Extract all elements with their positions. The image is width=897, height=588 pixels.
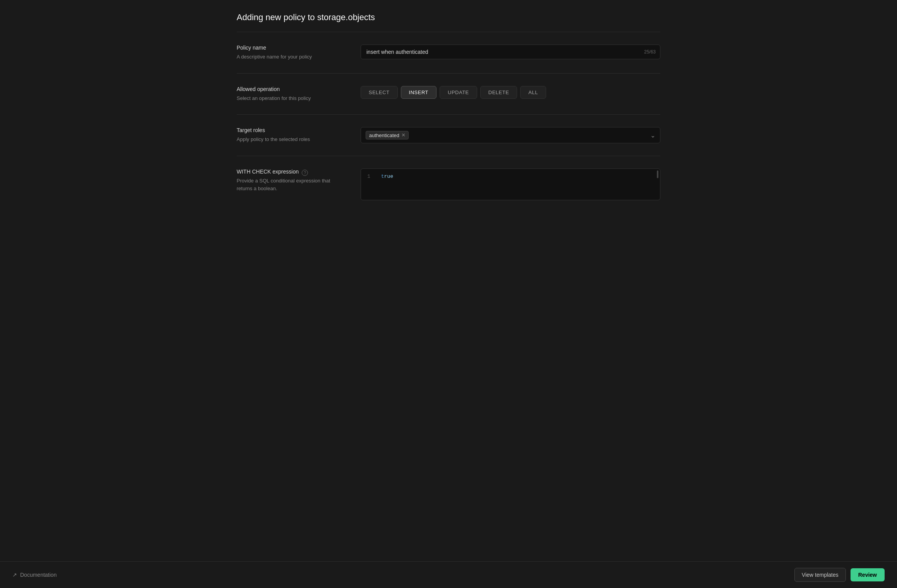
- allowed-operation-heading: Allowed operation: [237, 86, 345, 92]
- role-tag-authenticated: authenticated ×: [366, 131, 409, 139]
- role-tag-label: authenticated: [369, 132, 399, 138]
- code-keyword: t: [381, 174, 384, 179]
- help-icon[interactable]: ?: [302, 170, 308, 176]
- roles-tags: authenticated ×: [366, 131, 409, 139]
- operation-buttons-group: SELECT INSERT UPDATE DELETE ALL: [361, 86, 660, 99]
- with-check-header: WITH CHECK expression ?: [237, 168, 345, 177]
- allowed-operation-label-block: Allowed operation Select an operation fo…: [237, 86, 345, 102]
- char-count: 25/63: [644, 49, 656, 55]
- policy-name-section: Policy name A descriptive name for your …: [237, 32, 660, 74]
- documentation-link[interactable]: ↗ Documentation: [12, 572, 57, 578]
- allowed-operation-content: SELECT INSERT UPDATE DELETE ALL: [361, 86, 660, 99]
- target-roles-section: Target roles Apply policy to the selecte…: [237, 115, 660, 156]
- with-check-label-block: WITH CHECK expression ? Provide a SQL co…: [237, 168, 345, 192]
- chevron-down-icon: ⌄: [650, 132, 655, 139]
- allowed-operation-section: Allowed operation Select an operation fo…: [237, 74, 660, 115]
- target-roles-label-block: Target roles Apply policy to the selecte…: [237, 127, 345, 143]
- target-roles-heading: Target roles: [237, 127, 345, 133]
- code-content: true: [376, 174, 660, 195]
- review-button[interactable]: Review: [851, 568, 885, 581]
- line-numbers: 1: [361, 174, 376, 195]
- with-check-description: Provide a SQL conditional expression tha…: [237, 177, 345, 192]
- policy-name-input-wrapper: 25/63: [361, 45, 660, 59]
- policy-name-label-block: Policy name A descriptive name for your …: [237, 45, 345, 61]
- allowed-operation-description: Select an operation for this policy: [237, 95, 345, 102]
- with-check-section: WITH CHECK expression ? Provide a SQL co…: [237, 156, 660, 213]
- target-roles-description: Apply policy to the selected roles: [237, 136, 345, 143]
- op-select-button[interactable]: SELECT: [361, 86, 398, 99]
- footer: ↗ Documentation View templates Review: [0, 561, 897, 588]
- code-editor[interactable]: 1 true: [361, 168, 660, 200]
- role-tag-remove-button[interactable]: ×: [402, 132, 405, 138]
- with-check-content: 1 true: [361, 168, 660, 200]
- op-insert-button[interactable]: INSERT: [401, 86, 436, 99]
- target-roles-content: authenticated × ⌄: [361, 127, 660, 143]
- scrollbar-indicator: [657, 170, 658, 178]
- page-title: Adding new policy to storage.objects: [237, 12, 660, 32]
- op-delete-button[interactable]: DELETE: [480, 86, 517, 99]
- op-all-button[interactable]: ALL: [520, 86, 546, 99]
- with-check-heading: WITH CHECK expression: [237, 168, 299, 175]
- documentation-link-label: Documentation: [20, 572, 57, 578]
- roles-select-display[interactable]: authenticated × ⌄: [361, 127, 660, 143]
- policy-name-input[interactable]: [361, 45, 660, 59]
- policy-name-content: 25/63: [361, 45, 660, 59]
- policy-name-heading: Policy name: [237, 45, 345, 51]
- code-editor-inner: 1 true: [361, 169, 660, 200]
- external-link-icon: ↗: [12, 572, 17, 578]
- roles-select-wrapper: authenticated × ⌄: [361, 127, 660, 143]
- policy-name-description: A descriptive name for your policy: [237, 53, 345, 61]
- line-number-1: 1: [367, 174, 370, 179]
- footer-buttons: View templates Review: [794, 568, 885, 582]
- code-value: rue: [384, 174, 393, 179]
- op-update-button[interactable]: UPDATE: [440, 86, 477, 99]
- view-templates-button[interactable]: View templates: [794, 568, 846, 582]
